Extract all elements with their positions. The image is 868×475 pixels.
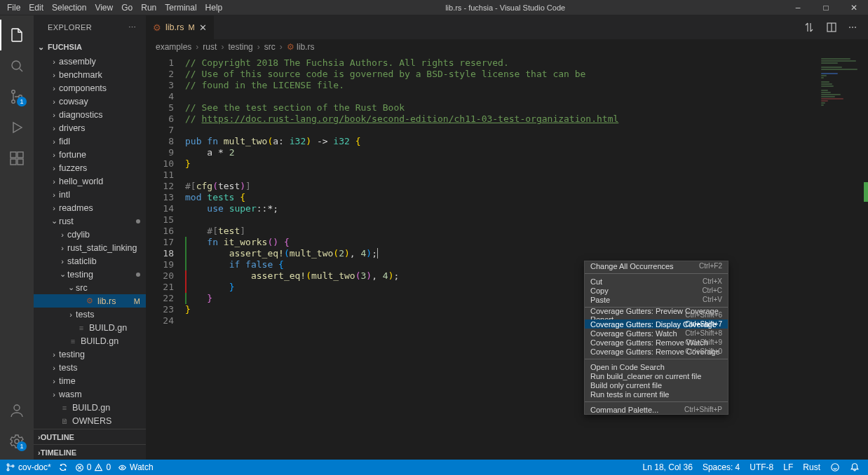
code-line[interactable]: assert_eq!(mult_two(3), 4); [185,270,868,282]
code-line[interactable]: } [185,158,868,170]
status-encoding[interactable]: UTF-8 [750,462,773,472]
folder-intl[interactable]: ›intl [34,188,146,201]
status-problems[interactable]: 0 0 [75,462,111,472]
activity-accounts[interactable] [0,395,34,426]
code-line[interactable]: #[cfg(test)] [185,181,868,192]
folder-integration[interactable]: ›integration [34,427,146,429]
folder-cowsay[interactable]: ›cowsay [34,95,146,108]
folder-src[interactable]: ⌄src [34,281,146,294]
status-feedback-icon[interactable] [830,462,840,472]
status-cursor-position[interactable]: Ln 18, Col 36 [643,462,693,472]
file-build-gn[interactable]: ≡BUILD.gn [34,334,146,347]
code-line[interactable] [185,125,868,136]
menu-terminal[interactable]: Terminal [161,1,201,14]
split-editor-icon[interactable] [826,22,837,33]
status-language[interactable]: Rust [803,462,820,472]
folder-cdylib[interactable]: ›cdylib [34,228,146,241]
outline-section[interactable]: › OUTLINE [34,429,146,444]
breadcrumbs[interactable]: examples›rust›testing›src›⚙ lib.rs [146,39,868,55]
code-line[interactable]: // Copyright 2018 The Fuchsia Authors. A… [185,57,868,69]
code-line[interactable]: if false { [185,259,868,270]
file-lib-rs[interactable]: ⚙lib.rsM [34,294,146,308]
breadcrumb-testing[interactable]: testing [228,42,252,52]
activity-search[interactable] [0,50,34,81]
minimize-button[interactable]: – [784,3,812,13]
folder-fuzzers[interactable]: ›fuzzers [34,161,146,174]
code-line[interactable]: } [185,282,868,293]
status-sync[interactable] [58,462,68,472]
code-line[interactable]: #[test] [185,226,868,237]
code-line[interactable] [185,214,868,226]
menu-item-coverage-gutters-preview-coverage-report[interactable]: Coverage Gutters: Preview Coverage Repor… [585,310,728,319]
code-line[interactable]: a * 2 [185,147,868,158]
folder-components[interactable]: ›components [34,81,146,95]
code-line[interactable]: use super::*; [185,203,868,214]
folder-fidl[interactable]: ›fidl [34,135,146,148]
status-notifications-icon[interactable] [850,462,860,472]
menu-item-build-only-current-file[interactable]: Build only current file [585,380,728,390]
menu-edit[interactable]: Edit [25,1,48,14]
folder-readmes[interactable]: ›readmes [34,201,146,214]
tab-lib-rs[interactable]: ⚙ lib.rs M ✕ [146,15,215,39]
menu-item-coverage-gutters-remove-coverage[interactable]: Coverage Gutters: Remove CoverageCtrl+Sh… [585,347,728,356]
folder-tests[interactable]: ›tests [34,361,146,374]
status-indentation[interactable]: Spaces: 4 [703,462,740,472]
menu-item-run-build-cleaner-on-current-file[interactable]: Run build_cleaner on current file [585,371,728,380]
maximize-button[interactable]: □ [812,3,840,13]
folder-time[interactable]: ›time [34,374,146,387]
code-content[interactable]: // Copyright 2018 The Fuchsia Authors. A… [181,55,868,460]
code-line[interactable]: // See the test section of the Rust Book [185,102,868,113]
file-build-gn[interactable]: ≡BUILD.gn [34,321,146,334]
menu-item-open-in-code-search[interactable]: Open in Code Search [585,362,728,371]
folder-rust[interactable]: ⌄rust [34,214,146,228]
code-line[interactable]: mod tests { [185,192,868,203]
file-tree[interactable]: ›assembly›benchmark›components›cowsay›di… [34,55,146,429]
menu-file[interactable]: File [3,1,25,14]
code-line[interactable]: } [185,293,868,304]
folder-diagnostics[interactable]: ›diagnostics [34,108,146,121]
code-line[interactable]: pub fn mult_two(a: i32) -> i32 { [185,136,868,147]
activity-run-debug[interactable] [0,112,34,143]
context-menu[interactable]: Change All OccurrencesCtrl+F2CutCtrl+XCo… [584,261,728,415]
code-editor[interactable]: 123456789101112131415161718192021222324 … [146,55,868,460]
file-owners[interactable]: 🗎OWNERS [34,414,146,427]
compare-changes-icon[interactable] [803,22,815,33]
code-line[interactable]: // https://doc.rust-lang.org/book/second… [185,113,868,125]
menu-help[interactable]: Help [201,1,227,14]
menu-item-coverage-gutters-display-coverage[interactable]: Coverage Gutters: Display CoverageCtrl+S… [585,319,728,329]
close-button[interactable]: ✕ [840,3,868,13]
code-line[interactable]: // Use of this source code is governed b… [185,69,868,80]
status-watch[interactable]: Watch [118,462,154,472]
menu-item-paste[interactable]: PasteCtrl+V [585,295,728,304]
code-line[interactable] [185,91,868,102]
menu-item-cut[interactable]: CutCtrl+X [585,277,728,286]
menu-go[interactable]: Go [117,1,137,14]
menu-item-coverage-gutters-watch[interactable]: Coverage Gutters: WatchCtrl+Shift+8 [585,329,728,338]
menu-selection[interactable]: Selection [48,1,90,14]
folder-benchmark[interactable]: ›benchmark [34,68,146,81]
activity-source-control[interactable]: 1 [0,81,34,112]
folder-fortune[interactable]: ›fortune [34,148,146,161]
breadcrumb-src[interactable]: src [264,42,276,52]
menu-item-change-all-occurrences[interactable]: Change All OccurrencesCtrl+F2 [585,261,728,270]
activity-settings[interactable]: 1 [0,426,34,457]
folder-rust_static_linking[interactable]: ›rust_static_linking [34,241,146,254]
folder-tests[interactable]: ›tests [34,308,146,321]
folder-hello_world[interactable]: ›hello_world [34,174,146,188]
code-line[interactable]: fn it_works() { [185,237,868,248]
code-line[interactable] [185,315,868,326]
workspace-header[interactable]: ⌄ FUCHSIA [34,39,146,55]
breadcrumb-examples[interactable]: examples [156,42,191,52]
code-line[interactable]: assert_eq!(mult_two(2), 4); [185,248,868,259]
menu-view[interactable]: View [90,1,117,14]
folder-staticlib[interactable]: ›staticlib [34,254,146,268]
breadcrumb-lib-rs[interactable]: ⚙ lib.rs [287,42,315,52]
timeline-section[interactable]: › TIMELINE [34,444,146,460]
menu-run[interactable]: Run [137,1,161,14]
menu-item-command-palette[interactable]: Command Palette...Ctrl+Shift+P [585,405,728,414]
folder-testing[interactable]: ›testing [34,347,146,361]
code-line[interactable]: // found in the LICENSE file. [185,80,868,91]
code-line[interactable] [185,170,868,181]
activity-explorer[interactable] [0,20,34,50]
activity-extensions[interactable] [0,143,34,174]
